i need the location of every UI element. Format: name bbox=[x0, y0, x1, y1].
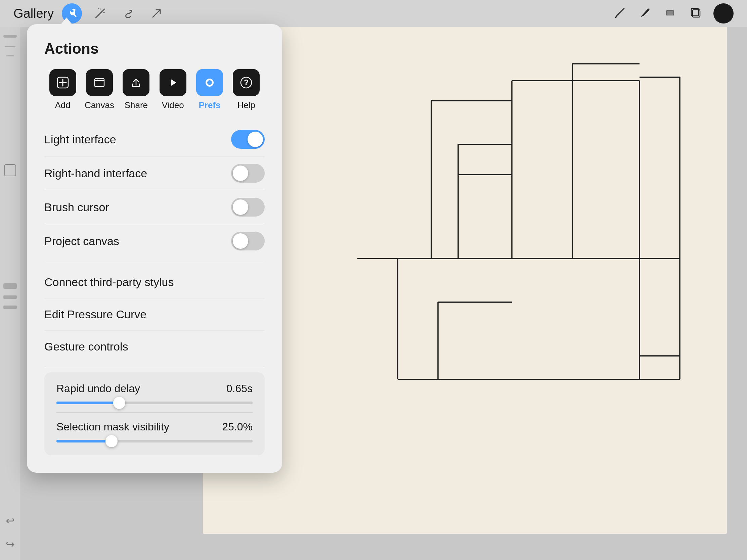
project-canvas-label: Project canvas bbox=[44, 235, 119, 248]
svg-line-1 bbox=[102, 9, 104, 12]
actions-panel: Actions Add Canvas bbox=[27, 24, 282, 473]
action-canvas[interactable]: Canvas bbox=[81, 69, 118, 110]
toggle-project-canvas: Project canvas bbox=[44, 224, 265, 258]
action-add[interactable]: Add bbox=[44, 69, 81, 110]
arrow-button[interactable] bbox=[147, 3, 166, 24]
redo-button[interactable]: ↪ bbox=[3, 535, 18, 553]
brush-size-indicator-3 bbox=[6, 55, 14, 56]
opacity-indicator bbox=[4, 164, 16, 176]
brush-size-indicator-1 bbox=[3, 35, 17, 37]
toggle-brush-cursor: Brush cursor bbox=[44, 190, 265, 224]
svg-text:?: ? bbox=[244, 78, 249, 87]
help-label: Help bbox=[237, 100, 255, 110]
menu-connect-stylus[interactable]: Connect third-party stylus bbox=[44, 266, 265, 298]
video-icon-box bbox=[159, 69, 186, 96]
gallery-button[interactable]: Gallery bbox=[14, 6, 54, 21]
panel-title: Actions bbox=[44, 40, 265, 57]
canvas-icon-box bbox=[86, 69, 113, 96]
svg-marker-38 bbox=[171, 79, 176, 86]
menu-edit-pressure[interactable]: Edit Pressure Curve bbox=[44, 298, 265, 331]
selection-mask-value: 25.0% bbox=[222, 421, 253, 433]
svg-rect-36 bbox=[95, 79, 104, 87]
layer-color-swatch-1 bbox=[3, 283, 17, 289]
prefs-icon-box bbox=[196, 69, 223, 96]
svg-line-5 bbox=[153, 10, 160, 17]
eraser-tool-icon[interactable] bbox=[664, 6, 676, 22]
right-hand-label: Right-hand interface bbox=[44, 167, 147, 180]
top-bar: Gallery bbox=[0, 0, 747, 27]
light-interface-toggle[interactable] bbox=[231, 130, 265, 149]
layer-color-swatch-3 bbox=[3, 305, 17, 309]
svg-point-40 bbox=[207, 80, 212, 85]
menu-gesture-controls[interactable]: Gesture controls bbox=[44, 331, 265, 363]
brush-tool-icon[interactable] bbox=[614, 6, 627, 22]
smudge-tool-icon[interactable] bbox=[639, 6, 652, 22]
calligraphy-button[interactable] bbox=[118, 3, 138, 24]
section-divider-1 bbox=[44, 262, 265, 262]
right-hand-knob bbox=[233, 165, 248, 181]
action-prefs[interactable]: Prefs bbox=[191, 69, 228, 110]
video-label: Video bbox=[162, 100, 184, 110]
selection-mask-header: Selection mask visibility 25.0% bbox=[56, 421, 253, 433]
sliders-section: Rapid undo delay 0.65s Selection mask vi… bbox=[44, 372, 265, 455]
rapid-undo-label: Rapid undo delay bbox=[56, 382, 140, 395]
brush-size-indicator-2 bbox=[5, 46, 16, 47]
prefs-label: Prefs bbox=[199, 100, 220, 110]
help-icon-box: ? bbox=[233, 69, 260, 96]
share-label: Share bbox=[125, 100, 148, 110]
brush-cursor-toggle[interactable] bbox=[231, 198, 265, 217]
selection-mask-fill bbox=[56, 440, 111, 443]
left-sidebar: ↩ ↪ bbox=[0, 27, 20, 560]
rapid-undo-thumb bbox=[113, 397, 125, 409]
top-bar-right bbox=[614, 3, 733, 24]
brush-cursor-knob bbox=[233, 199, 248, 215]
rapid-undo-value: 0.65s bbox=[226, 382, 253, 395]
slider-divider bbox=[56, 412, 253, 412]
project-canvas-toggle[interactable] bbox=[231, 232, 265, 250]
rapid-undo-track[interactable] bbox=[56, 402, 253, 404]
light-interface-label: Light interface bbox=[44, 133, 116, 146]
brush-cursor-label: Brush cursor bbox=[44, 201, 109, 214]
svg-rect-7 bbox=[666, 10, 674, 15]
selection-mask-label: Selection mask visibility bbox=[56, 421, 169, 433]
menu-items-section: Connect third-party stylus Edit Pressure… bbox=[44, 266, 265, 363]
toggles-section: Light interface Right-hand interface Bru… bbox=[44, 123, 265, 258]
top-bar-left: Gallery bbox=[14, 3, 166, 24]
layers-tool-icon[interactable] bbox=[689, 6, 701, 22]
rapid-undo-header: Rapid undo delay 0.65s bbox=[56, 382, 253, 395]
layer-color-swatch-2 bbox=[3, 295, 17, 299]
action-share[interactable]: Share bbox=[118, 69, 155, 110]
selection-mask-thumb bbox=[105, 435, 118, 447]
svg-line-0 bbox=[96, 12, 102, 18]
rapid-undo-fill bbox=[56, 402, 119, 404]
canvas-label: Canvas bbox=[85, 100, 114, 110]
right-hand-toggle[interactable] bbox=[231, 164, 265, 183]
action-help[interactable]: ? Help bbox=[228, 69, 265, 110]
share-icon-box bbox=[123, 69, 150, 96]
add-icon-box bbox=[49, 69, 76, 96]
toggle-light-interface: Light interface bbox=[44, 123, 265, 156]
undo-button[interactable]: ↩ bbox=[3, 512, 18, 530]
svg-line-4 bbox=[98, 8, 99, 9]
add-label: Add bbox=[55, 100, 71, 110]
color-picker-button[interactable] bbox=[714, 3, 733, 24]
magic-wand-button[interactable] bbox=[90, 3, 110, 24]
toggle-right-hand: Right-hand interface bbox=[44, 156, 265, 190]
section-divider-2 bbox=[44, 367, 265, 367]
light-interface-knob bbox=[248, 132, 263, 147]
svg-line-6 bbox=[616, 8, 624, 17]
action-video[interactable]: Video bbox=[155, 69, 191, 110]
action-icons-row: Add Canvas Share bbox=[44, 69, 265, 110]
project-canvas-knob bbox=[233, 233, 248, 249]
selection-mask-track[interactable] bbox=[56, 440, 253, 443]
